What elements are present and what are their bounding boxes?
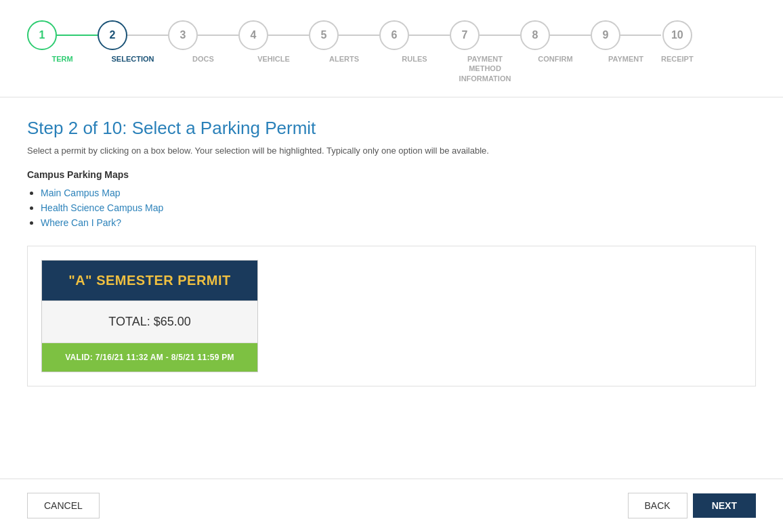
list-item: Where Can I Park? [41, 217, 756, 229]
step-2[interactable]: 2 SELECTION [98, 20, 168, 64]
step-label-1: TERM [51, 54, 72, 64]
step-3[interactable]: 3 DOCS [168, 20, 238, 64]
step-label-7: PAYMENT METHOD INFORMATION [458, 54, 512, 83]
main-content: Step 2 of 10: Select a Parking Permit Se… [0, 97, 783, 420]
step-line-8 [550, 35, 591, 36]
step-circle-5: 5 [309, 20, 339, 50]
step-circle-1: 1 [27, 20, 57, 50]
step-10[interactable]: 10 RECEIPT [661, 20, 694, 64]
step-4[interactable]: 4 VEHICLE [238, 20, 309, 64]
step-line-6 [409, 35, 450, 36]
step-1[interactable]: 1 TERM [27, 20, 98, 64]
permit-card-valid: VALID: 7/16/21 11:32 AM - 8/5/21 11:59 P… [42, 343, 257, 372]
campus-maps-list: Main Campus Map Health Science Campus Ma… [27, 187, 756, 229]
footer-right: BACK NEXT [628, 493, 756, 518]
where-can-i-park-link[interactable]: Where Can I Park? [41, 217, 121, 228]
step-line-2 [127, 35, 168, 36]
step-6[interactable]: 6 RULES [379, 20, 450, 64]
step-title-highlight: Select a Parking Permit [132, 118, 316, 138]
step-label-6: RULES [402, 54, 427, 64]
step-9[interactable]: 9 PAYMENT [591, 20, 661, 64]
stepper: 1 TERM 2 SELECTION 3 DOCS 4 [27, 20, 756, 83]
step-label-10: RECEIPT [661, 54, 694, 64]
permit-card-total: TOTAL: $65.00 [42, 301, 257, 343]
step-prefix: Step 2 of 10: [27, 118, 132, 138]
step-line-3 [198, 35, 238, 36]
stepper-container: 1 TERM 2 SELECTION 3 DOCS 4 [0, 0, 783, 97]
step-8[interactable]: 8 CONFIRM [520, 20, 591, 64]
step-line-1 [57, 35, 98, 36]
back-button[interactable]: BACK [628, 493, 687, 518]
step-label-4: VEHICLE [257, 54, 290, 64]
step-5[interactable]: 5 ALERTS [309, 20, 379, 64]
step-circle-6: 6 [379, 20, 409, 50]
step-circle-3: 3 [168, 20, 198, 50]
step-label-8: CONFIRM [538, 54, 572, 64]
step-circle-2: 2 [98, 20, 127, 50]
step-label-9: PAYMENT [608, 54, 643, 64]
health-science-campus-map-link[interactable]: Health Science Campus Map [41, 202, 163, 213]
main-campus-map-link[interactable]: Main Campus Map [41, 187, 121, 198]
list-item: Health Science Campus Map [41, 202, 756, 214]
step-circle-8: 8 [520, 20, 550, 50]
page-title: Step 2 of 10: Select a Parking Permit [27, 118, 756, 139]
step-line-7 [480, 35, 520, 36]
permit-card-title: "A" SEMESTER PERMIT [42, 261, 257, 301]
step-circle-9: 9 [591, 20, 620, 50]
step-line-5 [339, 35, 379, 36]
step-line-4 [268, 35, 309, 36]
list-item: Main Campus Map [41, 187, 756, 199]
step-circle-7: 7 [450, 20, 480, 50]
permit-card[interactable]: "A" SEMESTER PERMIT TOTAL: $65.00 VALID:… [41, 260, 258, 372]
step-circle-4: 4 [238, 20, 268, 50]
step-line-9 [620, 35, 661, 36]
step-7[interactable]: 7 PAYMENT METHOD INFORMATION [450, 20, 520, 83]
cancel-button[interactable]: CANCEL [27, 493, 100, 518]
footer-bar: CANCEL BACK NEXT [0, 479, 783, 532]
step-label-2: SELECTION [112, 54, 154, 64]
campus-maps-title: Campus Parking Maps [27, 169, 756, 180]
step-label-5: ALERTS [329, 54, 359, 64]
step-label-3: DOCS [192, 54, 214, 64]
step-circle-10: 10 [662, 20, 692, 50]
next-button[interactable]: NEXT [693, 493, 756, 518]
step-description: Select a permit by clicking on a box bel… [27, 146, 756, 156]
permit-card-wrapper: "A" SEMESTER PERMIT TOTAL: $65.00 VALID:… [27, 246, 756, 386]
